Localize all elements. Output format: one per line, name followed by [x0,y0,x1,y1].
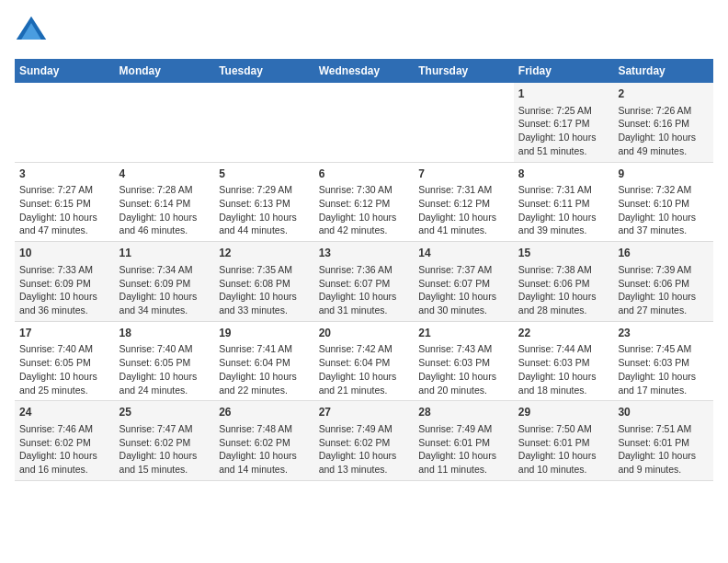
day-info: Sunrise: 7:47 AM [119,422,210,436]
day-info: and 10 minutes. [518,463,609,477]
calendar-week-row: 10Sunrise: 7:33 AMSunset: 6:09 PMDayligh… [15,242,713,322]
day-info: Sunset: 6:05 PM [119,356,210,370]
calendar-week-row: 1Sunrise: 7:25 AMSunset: 6:17 PMDaylight… [15,83,713,162]
day-number: 12 [219,246,310,261]
calendar-cell [314,83,415,162]
day-number: 3 [19,167,110,182]
calendar-cell: 6Sunrise: 7:30 AMSunset: 6:12 PMDaylight… [314,162,415,242]
day-number: 8 [518,167,609,182]
day-info: Sunrise: 7:34 AM [119,263,210,277]
day-info: Daylight: 10 hours [219,211,310,224]
calendar-week-row: 24Sunrise: 7:46 AMSunset: 6:02 PMDayligh… [15,401,713,481]
calendar-cell: 17Sunrise: 7:40 AMSunset: 6:05 PMDayligh… [15,321,115,401]
day-info: Sunset: 6:17 PM [518,117,609,131]
day-info: Daylight: 10 hours [19,211,110,224]
calendar-cell: 23Sunrise: 7:45 AMSunset: 6:03 PMDayligh… [613,321,713,401]
day-info: Daylight: 10 hours [219,290,310,304]
calendar-cell: 27Sunrise: 7:49 AMSunset: 6:02 PMDayligh… [314,401,415,481]
day-info: Sunset: 6:12 PM [418,197,509,211]
day-info: Daylight: 10 hours [19,370,110,384]
day-info: Sunset: 6:08 PM [219,277,310,291]
calendar-cell: 14Sunrise: 7:37 AMSunset: 6:07 PMDayligh… [414,242,514,322]
calendar-cell: 24Sunrise: 7:46 AMSunset: 6:02 PMDayligh… [15,401,115,481]
day-info: Sunset: 6:02 PM [19,436,110,450]
day-number: 10 [19,246,110,261]
day-info: Sunrise: 7:40 AM [19,342,110,356]
day-info: Daylight: 10 hours [418,290,509,304]
day-info: Daylight: 10 hours [19,449,110,463]
day-number: 22 [518,326,609,341]
day-info: and 49 minutes. [618,144,709,158]
weekday-header: Tuesday [214,59,314,83]
day-info: and 22 minutes. [219,384,310,397]
day-info: Sunrise: 7:44 AM [518,342,609,356]
day-info: Sunrise: 7:46 AM [19,422,110,436]
day-number: 29 [518,405,609,420]
calendar-cell: 12Sunrise: 7:35 AMSunset: 6:08 PMDayligh… [214,242,314,322]
day-number: 24 [19,405,110,420]
day-info: and 24 minutes. [119,384,210,397]
weekday-header: Friday [514,59,614,83]
day-info: and 37 minutes. [618,224,709,237]
day-info: Daylight: 10 hours [618,449,709,463]
day-info: Daylight: 10 hours [518,449,609,463]
day-info: Daylight: 10 hours [418,211,509,224]
calendar-cell: 22Sunrise: 7:44 AMSunset: 6:03 PMDayligh… [514,321,614,401]
weekday-header: Sunday [15,59,115,83]
day-info: Sunset: 6:07 PM [418,277,509,291]
weekday-header: Wednesday [314,59,415,83]
day-info: Daylight: 10 hours [219,370,310,384]
day-number: 5 [219,167,310,182]
day-info: and 21 minutes. [319,384,410,397]
day-info: Sunset: 6:09 PM [19,277,110,291]
day-number: 14 [418,246,509,261]
day-info: Sunset: 6:02 PM [319,436,410,450]
day-info: Sunrise: 7:28 AM [119,183,210,197]
day-info: Sunrise: 7:43 AM [418,342,509,356]
calendar-cell: 11Sunrise: 7:34 AMSunset: 6:09 PMDayligh… [115,242,215,322]
day-number: 20 [319,326,410,341]
day-info: and 36 minutes. [19,304,110,317]
day-info: and 14 minutes. [219,463,310,477]
calendar-cell: 4Sunrise: 7:28 AMSunset: 6:14 PMDaylight… [115,162,215,242]
day-info: Sunrise: 7:39 AM [618,263,709,277]
day-info: Sunrise: 7:36 AM [319,263,410,277]
day-number: 2 [618,86,709,102]
calendar-cell: 25Sunrise: 7:47 AMSunset: 6:02 PMDayligh… [115,401,215,481]
day-info: Sunrise: 7:29 AM [219,183,310,197]
day-info: Daylight: 10 hours [618,370,709,384]
day-info: Daylight: 10 hours [618,131,709,144]
day-info: Sunrise: 7:27 AM [19,183,110,197]
weekday-header: Thursday [414,59,514,83]
calendar-table: SundayMondayTuesdayWednesdayThursdayFrid… [15,59,713,481]
calendar-cell [414,83,514,162]
weekday-header: Monday [115,59,215,83]
day-info: Sunrise: 7:37 AM [418,263,509,277]
day-number: 26 [219,405,310,420]
weekday-header: Saturday [613,59,713,83]
calendar-cell: 18Sunrise: 7:40 AMSunset: 6:05 PMDayligh… [115,321,215,401]
day-number: 4 [119,167,210,182]
day-info: and 13 minutes. [319,463,410,477]
calendar-cell: 19Sunrise: 7:41 AMSunset: 6:04 PMDayligh… [214,321,314,401]
day-info: Sunset: 6:03 PM [618,356,709,370]
day-info: Daylight: 10 hours [119,290,210,304]
day-info: Daylight: 10 hours [518,131,609,144]
day-info: Sunrise: 7:38 AM [518,263,609,277]
day-info: Sunrise: 7:25 AM [518,104,609,118]
calendar-cell: 2Sunrise: 7:26 AMSunset: 6:16 PMDaylight… [613,83,713,162]
day-info: Daylight: 10 hours [119,211,210,224]
day-info: Sunrise: 7:35 AM [219,263,310,277]
day-info: Sunset: 6:01 PM [418,436,509,450]
day-info: Sunset: 6:16 PM [618,117,709,131]
day-info: Daylight: 10 hours [19,290,110,304]
calendar-cell: 29Sunrise: 7:50 AMSunset: 6:01 PMDayligh… [514,401,614,481]
day-info: Daylight: 10 hours [219,449,310,463]
day-info: Sunset: 6:03 PM [418,356,509,370]
day-info: Sunrise: 7:42 AM [319,342,410,356]
day-info: Sunrise: 7:48 AM [219,422,310,436]
day-number: 25 [119,405,210,420]
day-info: Sunset: 6:06 PM [518,277,609,291]
day-info: Sunset: 6:01 PM [518,436,609,450]
calendar-cell: 15Sunrise: 7:38 AMSunset: 6:06 PMDayligh… [514,242,614,322]
